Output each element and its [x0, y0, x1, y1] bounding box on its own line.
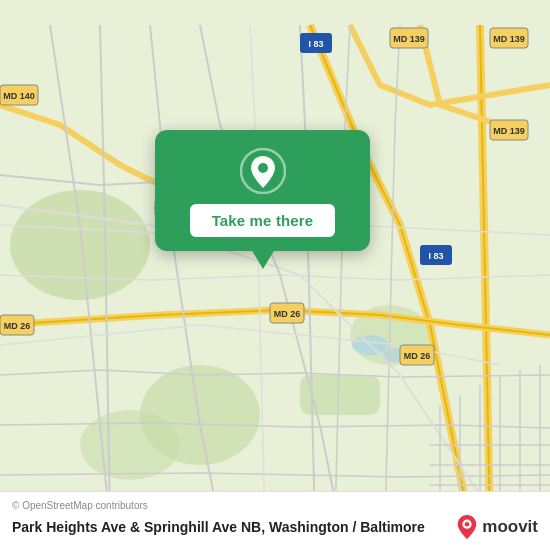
- svg-point-4: [80, 410, 180, 480]
- svg-point-30: [258, 163, 268, 173]
- svg-text:MD 139: MD 139: [393, 34, 425, 44]
- map-container: I 83 I 83 MD 140 MD 139 MD 139 MD 139 MD…: [0, 0, 550, 550]
- svg-point-1: [10, 190, 150, 300]
- moovit-pin-icon: [456, 514, 478, 540]
- svg-text:MD 140: MD 140: [3, 91, 35, 101]
- take-me-there-button[interactable]: Take me there: [190, 204, 336, 237]
- map-background: I 83 I 83 MD 140 MD 139 MD 139 MD 139 MD…: [0, 0, 550, 550]
- location-pin-icon: [240, 148, 286, 194]
- moovit-brand-text: moovit: [482, 517, 538, 537]
- svg-text:MD 139: MD 139: [493, 126, 525, 136]
- bottom-bar: © OpenStreetMap contributors Park Height…: [0, 491, 550, 550]
- svg-text:MD 26: MD 26: [274, 309, 301, 319]
- svg-text:MD 26: MD 26: [404, 351, 431, 361]
- svg-text:MD 139: MD 139: [493, 34, 525, 44]
- svg-text:I 83: I 83: [428, 251, 443, 261]
- svg-point-32: [465, 522, 470, 527]
- copyright-text: © OpenStreetMap contributors: [12, 500, 538, 511]
- popup-card: Take me there: [155, 130, 370, 251]
- svg-text:I 83: I 83: [308, 39, 323, 49]
- moovit-logo: moovit: [456, 514, 538, 540]
- location-name: Park Heights Ave & Springhill Ave NB, Wa…: [12, 518, 425, 536]
- svg-text:MD 26: MD 26: [4, 321, 31, 331]
